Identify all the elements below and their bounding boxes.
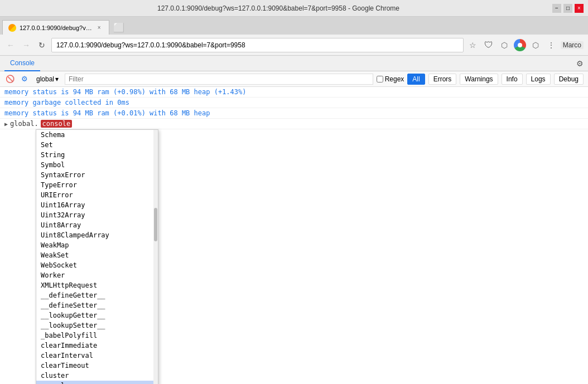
maximize-button[interactable]: □ xyxy=(563,4,572,13)
filter-input[interactable] xyxy=(65,74,373,85)
tabbar: 127.0.0.1:9090/debug?v… × ⬜ xyxy=(0,17,588,35)
context-dropdown[interactable]: global ▾ xyxy=(33,74,61,85)
memory-status-line-1: memory status is 94 MB ram (+0.98%) with… xyxy=(4,88,246,96)
new-tab-icon: ⬜ xyxy=(113,22,124,33)
level-warnings-button[interactable]: Warnings xyxy=(460,74,498,85)
titlebar-title: 127.0.0.1:9090/debug?ws=127.0.0.1:9090&b… xyxy=(4,4,552,12)
list-item[interactable]: console xyxy=(36,381,153,384)
shield-icon[interactable]: 🛡 xyxy=(483,39,495,51)
clear-console-button[interactable]: 🚫 xyxy=(4,74,16,85)
console-line: memory status is 94 MB ram (+0.01%) with… xyxy=(0,108,588,119)
address-input[interactable] xyxy=(51,38,464,52)
list-item[interactable]: __defineGetter__ xyxy=(36,290,153,300)
list-item[interactable]: TypeError xyxy=(36,180,153,190)
list-item[interactable]: Worker xyxy=(36,270,153,280)
list-item[interactable]: Schema xyxy=(36,130,153,140)
new-tab-button[interactable]: ⬜ xyxy=(112,20,126,35)
browser-tab[interactable]: 127.0.0.1:9090/debug?v… × xyxy=(2,20,109,35)
console-line: memory garbage collected in 0ms xyxy=(0,98,588,108)
console-line: memory status is 94 MB ram (+0.98%) with… xyxy=(0,87,588,98)
list-item[interactable]: XMLHttpRequest xyxy=(36,280,153,290)
devtools-panel: Console ⚙ 🚫 ⚙ global ▾ Regex All Errors … xyxy=(0,56,588,384)
list-item[interactable]: Set xyxy=(36,140,153,150)
console-output: memory status is 94 MB ram (+0.98%) with… xyxy=(0,87,588,384)
autocomplete-dropdown: SchemaSetStringSymbolSyntaxErrorTypeErro… xyxy=(36,129,158,384)
memory-status-line-2: memory status is 94 MB ram (+0.01%) with… xyxy=(4,109,210,117)
close-button[interactable]: × xyxy=(575,4,584,13)
extensions-button[interactable]: ⬡ xyxy=(529,39,542,51)
list-item[interactable]: Symbol xyxy=(36,160,153,170)
titlebar: 127.0.0.1:9090/debug?ws=127.0.0.1:9090&b… xyxy=(0,0,588,17)
list-item[interactable]: URIError xyxy=(36,190,153,200)
scrollbar-thumb xyxy=(154,208,157,241)
level-info-button[interactable]: Info xyxy=(502,74,523,85)
list-item[interactable]: WebSocket xyxy=(36,260,153,270)
list-item[interactable]: SyntaxError xyxy=(36,170,153,180)
autocomplete-list: SchemaSetStringSymbolSyntaxErrorTypeErro… xyxy=(36,130,153,384)
list-item[interactable]: clearInterval xyxy=(36,351,153,361)
level-errors-button[interactable]: Errors xyxy=(428,74,457,85)
chrome-icon xyxy=(514,39,526,51)
list-item[interactable]: cluster xyxy=(36,371,153,381)
bookmark-button[interactable]: ☆ xyxy=(467,39,479,51)
tab-label: 127.0.0.1:9090/debug?v… xyxy=(20,25,92,31)
user-label: Marco xyxy=(561,41,584,49)
cast-button[interactable]: ⬡ xyxy=(498,39,510,51)
list-item[interactable]: clearTimeout xyxy=(36,361,153,371)
level-debug-button[interactable]: Debug xyxy=(554,74,584,85)
list-item[interactable]: __defineSetter__ xyxy=(36,300,153,310)
expand-arrow-icon[interactable]: ▶ xyxy=(4,121,8,127)
regex-text: Regex xyxy=(385,75,404,83)
regex-checkbox[interactable] xyxy=(377,76,383,82)
list-item[interactable]: _babelPolyfill xyxy=(36,330,153,341)
regex-label[interactable]: Regex xyxy=(377,75,404,83)
tab-close-button[interactable]: × xyxy=(95,24,103,32)
global-prefix: global. xyxy=(10,120,38,128)
list-item[interactable]: clearImmediate xyxy=(36,341,153,351)
list-item[interactable]: Uint8Array xyxy=(36,220,153,230)
console-autocomplete-highlight: console xyxy=(41,120,73,128)
back-button[interactable]: ← xyxy=(4,39,17,51)
list-item[interactable]: WeakMap xyxy=(36,240,153,250)
list-item[interactable]: __lookupSetter__ xyxy=(36,320,153,330)
context-label: global xyxy=(36,75,54,83)
global-input-line: ▶ global.console xyxy=(0,119,588,129)
list-item[interactable]: Uint16Array xyxy=(36,200,153,210)
refresh-button[interactable]: ↻ xyxy=(36,39,48,51)
memory-gc-line: memory garbage collected in 0ms xyxy=(4,99,129,106)
list-item[interactable]: WeakSet xyxy=(36,250,153,260)
devtools-toolbar: Console ⚙ xyxy=(0,56,588,71)
level-all-button[interactable]: All xyxy=(407,74,425,85)
minimize-button[interactable]: − xyxy=(552,4,561,13)
list-item[interactable]: Uint8ClampedArray xyxy=(36,230,153,240)
level-logs-button[interactable]: Logs xyxy=(526,74,551,85)
console-toolbar: 🚫 ⚙ global ▾ Regex All Errors Warnings I… xyxy=(0,71,588,87)
list-item[interactable]: Uint32Array xyxy=(36,210,153,220)
addressbar: ← → ↻ ☆ 🛡 ⬡ ⬡ ⋮ Marco xyxy=(0,35,588,56)
list-item[interactable]: __lookupGetter__ xyxy=(36,310,153,320)
menu-button[interactable]: ⋮ xyxy=(545,39,557,51)
tab-favicon xyxy=(8,24,16,32)
autocomplete-scrollbar[interactable] xyxy=(153,130,158,384)
forward-button[interactable]: → xyxy=(20,39,32,51)
filter-button[interactable]: ⚙ xyxy=(19,74,30,85)
titlebar-controls: − □ × xyxy=(552,4,584,13)
chevron-down-icon: ▾ xyxy=(55,75,59,83)
tab-console[interactable]: Console xyxy=(4,56,40,71)
settings-icon[interactable]: ⚙ xyxy=(576,59,584,68)
list-item[interactable]: String xyxy=(36,150,153,160)
